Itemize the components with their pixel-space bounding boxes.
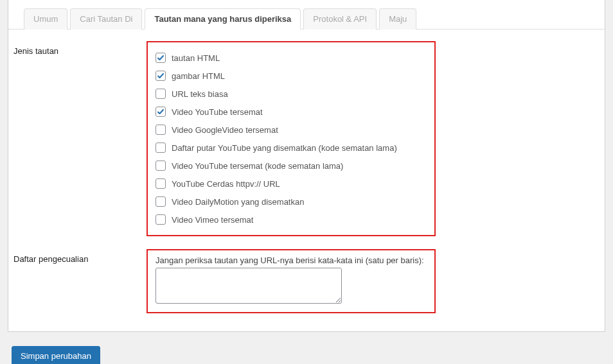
- checkbox-8[interactable]: [155, 196, 166, 207]
- save-button[interactable]: Simpan perubahan: [12, 346, 100, 364]
- link-type-row-9[interactable]: Video Vimeo tersemat: [155, 211, 427, 229]
- checkbox-2[interactable]: [155, 89, 166, 99]
- checkbox-label-9: Video Vimeo tersemat: [172, 215, 253, 225]
- link-type-row-4[interactable]: Video GoogleVideo tersemat: [155, 121, 427, 139]
- link-types-box: tautan HTMLgambar HTMLURL teks biasaVide…: [147, 41, 436, 236]
- checkbox-label-2: URL teks biasa: [172, 89, 228, 99]
- tab-0[interactable]: Umum: [24, 8, 67, 30]
- section-title-link-types: Jenis tautan: [8, 35, 147, 243]
- link-type-row-7[interactable]: YouTube Cerdas httpv:// URL: [155, 175, 427, 193]
- checkbox-label-0: tautan HTML: [172, 53, 220, 63]
- tab-4[interactable]: Maju: [379, 8, 416, 30]
- exclusion-textarea[interactable]: [155, 268, 342, 304]
- checkbox-1[interactable]: [155, 71, 166, 81]
- checkbox-0[interactable]: [155, 53, 166, 63]
- tab-2[interactable]: Tautan mana yang harus diperiksa: [145, 8, 301, 30]
- link-type-row-6[interactable]: Video YouTube tersemat (kode sematan lam…: [155, 157, 427, 175]
- checkbox-label-1: gambar HTML: [172, 71, 225, 81]
- link-type-row-8[interactable]: Video DailyMotion yang disematkan: [155, 193, 427, 211]
- checkbox-label-7: YouTube Cerdas httpv:// URL: [172, 179, 280, 189]
- checkbox-9[interactable]: [155, 214, 166, 225]
- checkbox-label-6: Video YouTube tersemat (kode sematan lam…: [172, 161, 343, 171]
- checkbox-7[interactable]: [155, 178, 166, 189]
- checkbox-4[interactable]: [155, 125, 166, 135]
- tab-1[interactable]: Cari Tautan Di: [70, 8, 142, 30]
- tabs-nav: UmumCari Tautan DiTautan mana yang harus…: [8, 0, 605, 30]
- checkbox-3[interactable]: [155, 107, 166, 117]
- link-type-row-1[interactable]: gambar HTML: [155, 67, 427, 85]
- link-type-row-2[interactable]: URL teks biasa: [155, 85, 427, 103]
- link-type-row-5[interactable]: Daftar putar YouTube yang disematkan (ko…: [155, 139, 427, 157]
- checkbox-label-8: Video DailyMotion yang disematkan: [172, 197, 304, 207]
- checkbox-label-5: Daftar putar YouTube yang disematkan (ko…: [172, 143, 397, 153]
- form-table: Jenis tautan tautan HTMLgambar HTMLURL t…: [8, 35, 605, 320]
- link-type-row-0[interactable]: tautan HTML: [155, 49, 427, 67]
- exclusion-box: Jangan periksa tautan yang URL-nya beris…: [147, 249, 436, 313]
- checkbox-label-4: Video GoogleVideo tersemat: [172, 125, 278, 135]
- tab-3[interactable]: Protokol & API: [303, 8, 377, 30]
- link-type-row-3[interactable]: Video YouTube tersemat: [155, 103, 427, 121]
- checkbox-6[interactable]: [155, 160, 166, 171]
- exclusion-label: Jangan periksa tautan yang URL-nya beris…: [155, 256, 427, 265]
- section-title-exclusion: Daftar pengecualian: [8, 243, 147, 320]
- checkbox-label-3: Video YouTube tersemat: [172, 107, 263, 117]
- checkbox-5[interactable]: [155, 143, 166, 153]
- settings-panel: UmumCari Tautan DiTautan mana yang harus…: [8, 0, 605, 332]
